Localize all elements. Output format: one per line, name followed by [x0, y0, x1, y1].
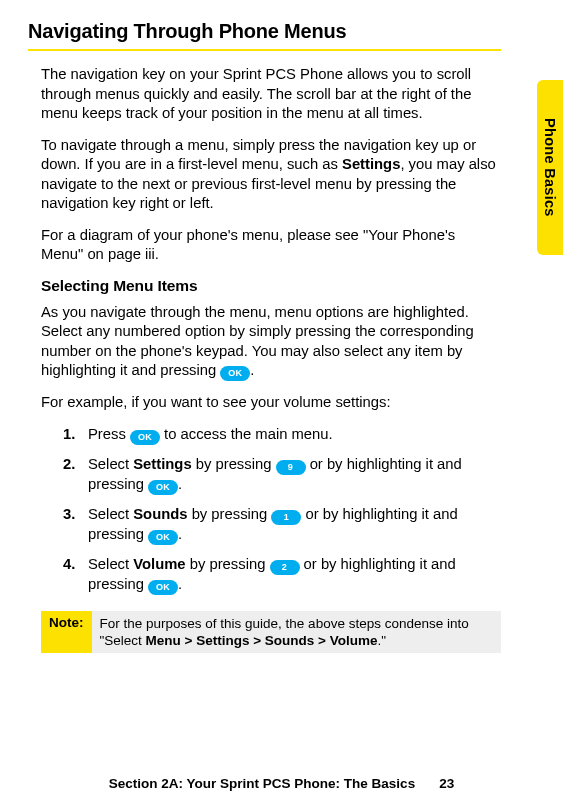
text: .: [178, 476, 182, 492]
text: As you navigate through the menu, menu o…: [41, 304, 474, 379]
page-number: 23: [439, 776, 454, 791]
settings-word: Settings: [342, 156, 400, 172]
heading-rule: [28, 49, 501, 51]
text: by pressing: [188, 506, 272, 522]
ok-key-icon: OK: [220, 366, 250, 381]
intro-para-1: The navigation key on your Sprint PCS Ph…: [41, 65, 501, 124]
step-1: 1. Press OK to access the main menu.: [63, 425, 501, 445]
menu-path: Menu > Settings > Sounds > Volume: [146, 633, 378, 648]
text: Select: [88, 556, 133, 572]
select-para: As you navigate through the menu, menu o…: [41, 303, 501, 382]
one-key-icon: 1: [271, 510, 301, 525]
page-heading: Navigating Through Phone Menus: [28, 20, 501, 43]
two-key-icon: 2: [270, 560, 300, 575]
note-text: For the purposes of this guide, the abov…: [92, 611, 502, 654]
text: Select: [88, 456, 133, 472]
page-footer: Section 2A: Your Sprint PCS Phone: The B…: [0, 776, 563, 791]
text: .": [378, 633, 387, 648]
text: by pressing: [192, 456, 276, 472]
text: .: [250, 362, 254, 378]
step-2: 2. Select Settings by pressing 9 or by h…: [63, 455, 501, 495]
intro-para-2: To navigate through a menu, simply press…: [41, 136, 501, 214]
side-tab-label: Phone Basics: [542, 118, 558, 217]
intro-para-3: For a diagram of your phone's menu, plea…: [41, 226, 501, 265]
bold-word: Settings: [133, 456, 191, 472]
side-tab: Phone Basics: [537, 80, 563, 255]
note-label: Note:: [41, 611, 92, 654]
example-intro: For example, if you want to see your vol…: [41, 393, 501, 413]
text: Press: [88, 426, 130, 442]
text: by pressing: [186, 556, 270, 572]
steps-list: 1. Press OK to access the main menu. 2. …: [41, 425, 501, 595]
note-box: Note: For the purposes of this guide, th…: [41, 611, 501, 654]
ok-key-icon: OK: [148, 580, 178, 595]
subheading: Selecting Menu Items: [41, 277, 501, 295]
ok-key-icon: OK: [148, 480, 178, 495]
footer-section: Section 2A: Your Sprint PCS Phone: The B…: [109, 776, 415, 791]
nine-key-icon: 9: [276, 460, 306, 475]
bold-word: Sounds: [133, 506, 187, 522]
step-number: 3.: [63, 505, 78, 545]
text: .: [178, 526, 182, 542]
step-3: 3. Select Sounds by pressing 1 or by hig…: [63, 505, 501, 545]
ok-key-icon: OK: [130, 430, 160, 445]
step-number: 2.: [63, 455, 78, 495]
step-number: 1.: [63, 425, 78, 445]
step-4: 4. Select Volume by pressing 2 or by hig…: [63, 555, 501, 595]
text: Select: [88, 506, 133, 522]
ok-key-icon: OK: [148, 530, 178, 545]
text: to access the main menu.: [160, 426, 333, 442]
step-number: 4.: [63, 555, 78, 595]
bold-word: Volume: [133, 556, 185, 572]
text: .: [178, 576, 182, 592]
